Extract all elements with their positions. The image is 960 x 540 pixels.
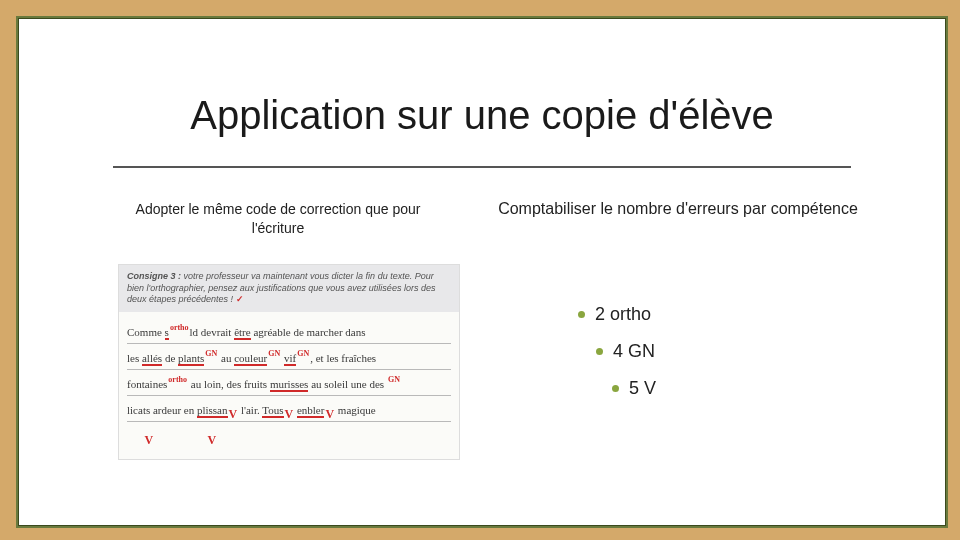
error-count: 2 <box>595 304 605 325</box>
handwriting-line: Comme sorthold devrait être agréable de … <box>127 318 451 344</box>
error-label: ortho <box>610 304 651 325</box>
error-label: GN <box>628 341 655 362</box>
error-count: 4 <box>613 341 623 362</box>
slide-frame: Application sur une copie d'élève Adopte… <box>16 16 948 528</box>
left-column-heading: Adopter le même code de correction que p… <box>113 200 443 238</box>
bullet-icon <box>578 311 585 318</box>
instruction-label: Consigne 3 : <box>127 271 181 281</box>
error-label: V <box>644 378 656 399</box>
right-column-heading: Comptabiliser le nombre d'erreurs par co… <box>498 198 858 220</box>
handwriting-line: licats ardeur en plissanV l'air. TousV e… <box>127 396 451 422</box>
error-count-list: 2 ortho 4 GN 5 V <box>568 288 828 415</box>
handwriting-line: les allés de plantsGN au couleurGN vifGN… <box>127 344 451 370</box>
handwriting-area: Comme sorthold devrait être agréable de … <box>119 312 459 459</box>
bullet-icon <box>596 348 603 355</box>
title-divider <box>113 166 851 168</box>
handwritten-text: fontainesortho au loin, des fruits muris… <box>127 378 401 390</box>
handwritten-text: licats ardeur en plissanV l'air. TousV e… <box>127 404 376 416</box>
handwriting-line: fontainesortho au loin, des fruits muris… <box>127 370 451 396</box>
list-item: 2 ortho <box>578 304 828 325</box>
slide-title: Application sur une copie d'élève <box>18 93 946 138</box>
handwriting-line: V V <box>127 422 451 447</box>
list-item: 5 V <box>612 378 828 399</box>
bullet-icon <box>612 385 619 392</box>
sample-instruction: Consigne 3 : votre professeur va mainten… <box>119 265 459 312</box>
handwritten-text: les allés de plantsGN au couleurGN vifGN… <box>127 352 376 364</box>
list-item: 4 GN <box>596 341 828 362</box>
student-copy-sample: Consigne 3 : votre professeur va mainten… <box>118 264 460 460</box>
error-count: 5 <box>629 378 639 399</box>
check-mark: ✓ <box>236 294 244 304</box>
handwritten-text: V V <box>127 430 217 442</box>
handwritten-text: Comme sorthold devrait être agréable de … <box>127 326 365 338</box>
